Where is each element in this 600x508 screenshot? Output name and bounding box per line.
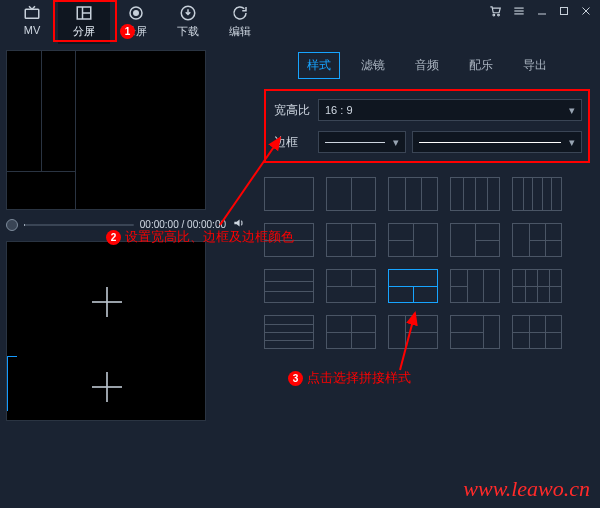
layout-tile[interactable] bbox=[512, 223, 562, 257]
layout-tile[interactable] bbox=[388, 177, 438, 211]
border-style-select[interactable]: ▾ bbox=[318, 131, 406, 153]
aspect-ratio-row: 宽高比 16 : 9 ▾ bbox=[274, 99, 582, 121]
border-color-select[interactable]: ▾ bbox=[412, 131, 582, 153]
layout-tile[interactable] bbox=[264, 269, 314, 303]
toolbar-item-label: 下载 bbox=[177, 24, 199, 39]
download-icon bbox=[179, 4, 197, 22]
border-row: 边框 ▾ ▾ bbox=[274, 131, 582, 153]
layout-tile[interactable] bbox=[450, 315, 500, 349]
layout-tile[interactable] bbox=[512, 177, 562, 211]
toolbar-item-label: MV bbox=[24, 24, 41, 36]
watermark: www.leawo.cn bbox=[463, 476, 590, 502]
layout-tile[interactable] bbox=[450, 269, 500, 303]
toolbar-item-record[interactable]: 录屏 bbox=[110, 0, 162, 44]
preview-column: 00:00:00 / 00:00:00 bbox=[0, 44, 260, 508]
layout-tile-selected[interactable] bbox=[388, 269, 438, 303]
toolbar-item-split[interactable]: 分屏 bbox=[58, 0, 110, 44]
layout-split-icon bbox=[75, 4, 93, 22]
layout-tile[interactable] bbox=[512, 315, 562, 349]
chevron-down-icon: ▾ bbox=[569, 136, 575, 149]
toolbar-item-download[interactable]: 下载 bbox=[162, 0, 214, 44]
toolbar-item-mv[interactable]: MV bbox=[6, 0, 58, 44]
layout-tile[interactable] bbox=[512, 269, 562, 303]
playhead[interactable] bbox=[6, 219, 18, 231]
layout-tile[interactable] bbox=[326, 223, 376, 257]
layout-tile[interactable] bbox=[326, 177, 376, 211]
maximize-icon[interactable] bbox=[558, 5, 570, 17]
tab-music[interactable]: 配乐 bbox=[460, 52, 502, 79]
seek-track[interactable] bbox=[24, 224, 134, 226]
refresh-icon bbox=[231, 4, 249, 22]
layout-tile[interactable] bbox=[326, 269, 376, 303]
main-area: 00:00:00 / 00:00:00 样式 滤镜 音频 配乐 导出 宽高比 1… bbox=[0, 44, 600, 508]
record-icon bbox=[127, 4, 145, 22]
menu-icon[interactable] bbox=[512, 4, 526, 18]
right-panel: 样式 滤镜 音频 配乐 导出 宽高比 16 : 9 ▾ 边框 ▾ bbox=[260, 44, 600, 508]
border-label: 边框 bbox=[274, 134, 312, 151]
tab-export[interactable]: 导出 bbox=[514, 52, 556, 79]
layout-tile[interactable] bbox=[326, 315, 376, 349]
aspect-value: 16 : 9 bbox=[325, 104, 353, 116]
layout-tile[interactable] bbox=[388, 223, 438, 257]
toolbar-item-edit[interactable]: 编辑 bbox=[214, 0, 266, 44]
media-preview[interactable] bbox=[6, 241, 206, 421]
top-toolbar: MV 分屏 录屏 下载 编辑 1 bbox=[0, 0, 600, 44]
layout-tile[interactable] bbox=[388, 315, 438, 349]
layout-tile[interactable] bbox=[264, 177, 314, 211]
annotation-step2-box: 宽高比 16 : 9 ▾ 边框 ▾ ▾ bbox=[264, 89, 590, 163]
minimize-icon[interactable] bbox=[536, 5, 548, 17]
annotation-step2-text: 设置宽高比、边框及边框颜色 bbox=[125, 228, 294, 246]
aspect-label: 宽高比 bbox=[274, 102, 312, 119]
layout-tile[interactable] bbox=[450, 177, 500, 211]
close-icon[interactable] bbox=[580, 5, 592, 17]
annotation-step2: 2 设置宽高比、边框及边框颜色 bbox=[106, 228, 294, 246]
annotation-step3-text: 点击选择拼接样式 bbox=[307, 369, 411, 387]
svg-point-7 bbox=[493, 14, 495, 16]
layout-grid bbox=[264, 177, 590, 349]
svg-rect-0 bbox=[25, 9, 39, 18]
tab-filter[interactable]: 滤镜 bbox=[352, 52, 394, 79]
right-tabs: 样式 滤镜 音频 配乐 导出 bbox=[264, 52, 590, 79]
tv-icon bbox=[23, 4, 41, 22]
svg-rect-13 bbox=[561, 8, 568, 15]
add-media-icon[interactable] bbox=[87, 282, 127, 322]
layout-tile[interactable] bbox=[264, 315, 314, 349]
annotation-step3-badge: 3 bbox=[288, 371, 303, 386]
layout-preview[interactable] bbox=[6, 50, 206, 210]
add-media-icon[interactable] bbox=[87, 367, 127, 407]
tab-style[interactable]: 样式 bbox=[298, 52, 340, 79]
toolbar-item-label: 分屏 bbox=[73, 24, 95, 39]
svg-point-8 bbox=[498, 14, 500, 16]
toolbar-item-label: 编辑 bbox=[229, 24, 251, 39]
layout-tile[interactable] bbox=[450, 223, 500, 257]
chevron-down-icon: ▾ bbox=[569, 104, 575, 117]
window-controls bbox=[488, 4, 592, 18]
chevron-down-icon: ▾ bbox=[393, 136, 399, 149]
annotation-step2-badge: 2 bbox=[106, 230, 121, 245]
tab-audio[interactable]: 音频 bbox=[406, 52, 448, 79]
svg-point-5 bbox=[134, 11, 139, 16]
annotation-step3: 3 点击选择拼接样式 bbox=[288, 369, 590, 387]
cart-icon[interactable] bbox=[488, 4, 502, 18]
aspect-ratio-select[interactable]: 16 : 9 ▾ bbox=[318, 99, 582, 121]
annotation-step1-badge: 1 bbox=[120, 24, 135, 39]
